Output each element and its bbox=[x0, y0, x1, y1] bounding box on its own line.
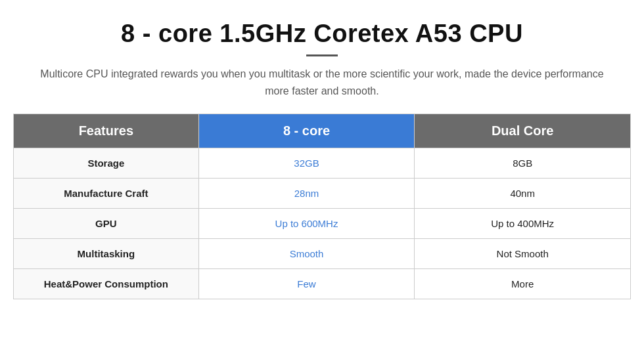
table-row: GPUUp to 600MHzUp to 400MHz bbox=[14, 209, 631, 239]
cell-dual-value: More bbox=[415, 269, 631, 299]
column-header-features: Features bbox=[14, 114, 199, 148]
cell-8core-value: 32GB bbox=[198, 148, 415, 179]
table-header-row: Features 8 - core Dual Core bbox=[14, 114, 631, 148]
cell-feature: GPU bbox=[14, 209, 199, 239]
cell-dual-value: 8GB bbox=[415, 148, 631, 179]
cell-8core-value: Up to 600MHz bbox=[198, 209, 415, 239]
title-divider bbox=[306, 54, 338, 56]
comparison-table: Features 8 - core Dual Core Storage32GB8… bbox=[13, 114, 631, 299]
column-header-dualcore: Dual Core bbox=[415, 114, 631, 148]
cell-feature: Storage bbox=[14, 148, 199, 179]
cell-dual-value: Not Smooth bbox=[415, 239, 631, 269]
page-subtitle: Multicore CPU integrated rewards you whe… bbox=[39, 66, 605, 99]
table-row: Storage32GB8GB bbox=[14, 148, 631, 179]
cell-feature: Multitasking bbox=[14, 239, 199, 269]
cell-8core-value: Smooth bbox=[198, 239, 415, 269]
cell-dual-value: 40nm bbox=[415, 179, 631, 209]
table-row: Manufacture Craft28nm40nm bbox=[14, 179, 631, 209]
cell-8core-value: 28nm bbox=[198, 179, 415, 209]
cell-feature: Manufacture Craft bbox=[14, 179, 199, 209]
column-header-8core: 8 - core bbox=[198, 114, 415, 148]
cell-8core-value: Few bbox=[198, 269, 415, 299]
page-title: 8 - core 1.5GHz Coretex A53 CPU bbox=[121, 20, 523, 48]
table-row: MultitaskingSmoothNot Smooth bbox=[14, 239, 631, 269]
table-row: Heat&Power ConsumptionFewMore bbox=[14, 269, 631, 299]
cell-feature: Heat&Power Consumption bbox=[14, 269, 199, 299]
cell-dual-value: Up to 400MHz bbox=[415, 209, 631, 239]
